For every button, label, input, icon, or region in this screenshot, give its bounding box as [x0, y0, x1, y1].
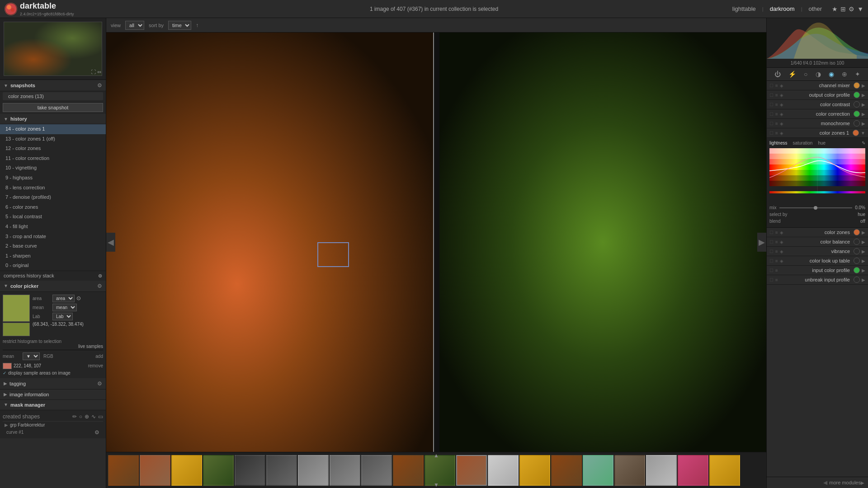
- module-mono-color-btn[interactable]: [854, 120, 860, 127]
- image-view[interactable]: ◀ ▶: [106, 33, 766, 452]
- module-mono-eq-icon[interactable]: ≡: [775, 121, 778, 126]
- module-op-preset-icon[interactable]: ◈: [780, 93, 783, 98]
- prev-expand-icon[interactable]: ⛶: [91, 69, 96, 75]
- mask-grp-item[interactable]: ▶ grp Farbkorrektur: [3, 422, 103, 428]
- module-cz-color-btn[interactable]: [854, 229, 860, 235]
- film-thumb-19[interactable]: [678, 455, 708, 486]
- area-dropdown[interactable]: area: [52, 295, 75, 302]
- module-ip-color-btn[interactable]: [854, 267, 860, 273]
- nav-other[interactable]: other: [806, 4, 825, 14]
- mask-circle-icon[interactable]: ○: [79, 413, 82, 420]
- view-dropdown[interactable]: all: [125, 21, 144, 30]
- mask-pencil-icon[interactable]: ✏: [72, 413, 77, 420]
- module-cz1-preset-icon[interactable]: ◈: [780, 131, 783, 136]
- film-thumb-2[interactable]: [140, 455, 170, 486]
- film-thumb-5[interactable]: [235, 455, 265, 486]
- history-item-1[interactable]: 1 - sharpen: [0, 251, 106, 261]
- film-thumb-15[interactable]: [551, 455, 582, 486]
- display-check-label[interactable]: display sample areas on image: [8, 371, 71, 375]
- nav-darkroom[interactable]: darkroom: [767, 4, 797, 14]
- mask-curve-icon[interactable]: ∿: [91, 413, 96, 420]
- module-vib-preset-icon[interactable]: ◈: [780, 249, 783, 254]
- module-lut-eq-icon[interactable]: ≡: [775, 258, 778, 263]
- film-thumb-16[interactable]: [583, 455, 613, 486]
- module-cc-arrow[interactable]: ▶: [862, 102, 865, 107]
- module-vib-color-btn[interactable]: [854, 248, 860, 254]
- module-cm-arrow[interactable]: ▶: [862, 83, 865, 88]
- film-thumb-3[interactable]: [171, 455, 202, 486]
- module-cz-check[interactable]: ☐: [769, 230, 774, 235]
- module-ubp-color-btn[interactable]: [854, 277, 860, 283]
- snapshot-item[interactable]: color zones (13): [3, 92, 103, 100]
- module-mono-preset-icon[interactable]: ◈: [780, 121, 783, 126]
- module-mono-arrow[interactable]: ▶: [862, 121, 865, 126]
- nav-lighttable[interactable]: lighttable: [730, 4, 759, 14]
- module-cz-arrow[interactable]: ▶: [862, 230, 865, 235]
- film-thumb-18[interactable]: [646, 455, 677, 486]
- module-corr-preset-icon[interactable]: ◈: [780, 112, 783, 117]
- module-ip-eq-icon[interactable]: ≡: [775, 268, 778, 273]
- module-half-circle-icon[interactable]: ◑: [815, 70, 822, 79]
- mask-curve-settings-icon[interactable]: ⚙: [94, 429, 99, 436]
- module-lut-preset-icon[interactable]: ◈: [780, 258, 783, 263]
- module-corr-color-btn[interactable]: [854, 111, 860, 117]
- panel-right-collapse-icon[interactable]: ▶: [757, 233, 766, 252]
- module-cm-color-btn[interactable]: [854, 82, 860, 89]
- cz-tab-saturation[interactable]: saturation: [793, 141, 812, 145]
- tagging-section[interactable]: ▶ tagging ⚙: [0, 378, 106, 389]
- history-item-12[interactable]: 12 - color zones: [0, 144, 106, 154]
- filmstrip-arrow-up-icon[interactable]: ▲: [434, 452, 439, 459]
- module-lut-check[interactable]: ☐: [769, 258, 774, 263]
- module-cz-preset-icon[interactable]: ◈: [780, 230, 783, 235]
- module-cc-color-btn[interactable]: [854, 101, 860, 108]
- module-cz-eq-icon[interactable]: ≡: [775, 230, 778, 235]
- mean2-dropdown[interactable]: ▼: [23, 352, 40, 360]
- more-modules-button[interactable]: more modules: [829, 480, 861, 485]
- star-icon[interactable]: ★: [832, 5, 838, 13]
- restrict-text[interactable]: restrict histogram to selection: [3, 339, 103, 344]
- module-lut-arrow[interactable]: ▶: [862, 258, 865, 263]
- module-cb-preset-icon[interactable]: ◈: [780, 239, 783, 244]
- gear-icon[interactable]: ⚙: [849, 5, 854, 13]
- color-picker-header[interactable]: ▼ color picker ⚙: [0, 281, 106, 292]
- module-cb-arrow[interactable]: ▶: [862, 239, 865, 244]
- film-thumb-11[interactable]: [425, 455, 455, 486]
- module-presets-icon[interactable]: ⚡: [788, 70, 797, 79]
- remove-sample-button[interactable]: remove: [88, 363, 103, 368]
- split-line[interactable]: [433, 33, 434, 452]
- film-thumb-20[interactable]: [709, 455, 740, 486]
- mask-hash-icon[interactable]: ⊕: [85, 413, 89, 420]
- cz-tab-lightness[interactable]: lightness: [769, 141, 787, 145]
- color-picker-eyedropper-icon[interactable]: ⊙: [76, 295, 81, 301]
- history-item-9[interactable]: 9 - highpass: [0, 173, 106, 183]
- module-op-eq-icon[interactable]: ≡: [775, 93, 778, 98]
- film-thumb-7[interactable]: [298, 455, 329, 486]
- snapshots-header[interactable]: ▼ snapshots ⚙: [0, 80, 106, 91]
- module-cc-eq-icon[interactable]: ≡: [775, 102, 778, 107]
- history-item-2[interactable]: 2 - base curve: [0, 241, 106, 251]
- image-info-section[interactable]: ▶ image information: [0, 389, 106, 400]
- grid-icon[interactable]: ⊞: [840, 5, 846, 13]
- film-thumb-4[interactable]: [203, 455, 234, 486]
- film-thumb-9[interactable]: [361, 455, 392, 486]
- selection-box[interactable]: [317, 242, 349, 267]
- module-effects-icon[interactable]: ✦: [854, 70, 861, 79]
- tagging-settings-icon[interactable]: ⚙: [97, 380, 102, 387]
- panel-collapse-icon[interactable]: ◀: [823, 479, 827, 486]
- sort-order-icon[interactable]: ↑: [196, 22, 198, 28]
- module-cc-check[interactable]: ☐: [769, 102, 774, 107]
- module-power-icon[interactable]: ⏻: [774, 70, 782, 79]
- module-ubp-eq-icon[interactable]: ≡: [775, 277, 778, 282]
- take-snapshot-button[interactable]: take snapshot: [3, 103, 103, 112]
- history-item-14[interactable]: 14 - color zones 1: [0, 124, 106, 134]
- film-thumb-14[interactable]: [519, 455, 550, 486]
- module-color-icon[interactable]: ◉: [828, 70, 835, 79]
- module-cm-check[interactable]: ☐: [769, 83, 774, 88]
- module-vib-arrow[interactable]: ▶: [862, 249, 865, 254]
- cz-mix-slider[interactable]: [779, 207, 853, 208]
- history-item-13[interactable]: 13 - color zones 1 (off): [0, 134, 106, 144]
- module-ubp-check[interactable]: ☐: [769, 277, 774, 282]
- module-vib-eq-icon[interactable]: ≡: [775, 249, 778, 254]
- cz-tab-hue[interactable]: hue: [818, 141, 826, 145]
- module-ip-arrow[interactable]: ▶: [862, 268, 865, 273]
